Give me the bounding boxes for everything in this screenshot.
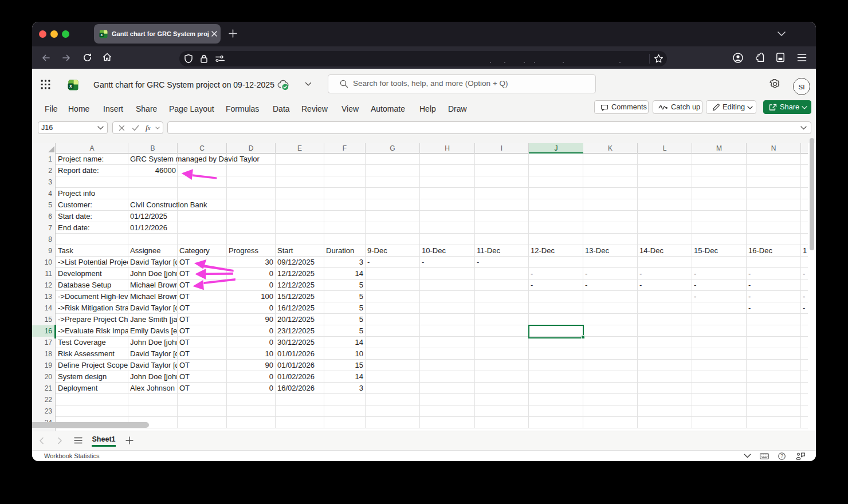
svg-text:x: x <box>69 83 72 89</box>
svg-text:x: x <box>100 33 103 37</box>
svg-text:?: ? <box>780 453 783 459</box>
